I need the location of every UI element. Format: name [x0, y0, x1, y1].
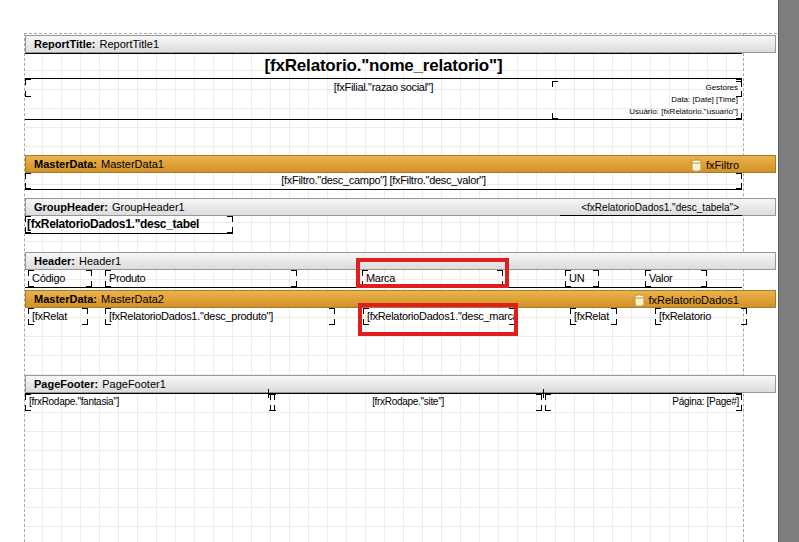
highlight-box-marca-field — [358, 303, 518, 336]
band-instance-name: MasterData2 — [101, 293, 164, 305]
memo-report-info[interactable]: Gestores Data: [Date] [Time] Usuário: [f… — [552, 81, 742, 119]
band-masterdata1[interactable]: MasterData:MasterData1 fxFiltro — [25, 155, 776, 173]
header-cell-codigo[interactable]: Código — [28, 270, 92, 287]
group-condition: <fxRelatorioDados1."desc_tabela"> — [581, 199, 739, 216]
band-pagefooter[interactable]: PageFooter:PageFooter1 — [25, 375, 776, 393]
data-cell-codigo[interactable]: [fxRelat — [28, 308, 88, 325]
band-instance-name: PageFooter1 — [102, 378, 166, 390]
memo-filter-expression[interactable]: [fxFiltro."desc_campo"] [fxFiltro."desc_… — [25, 173, 742, 190]
workspace-area — [778, 0, 799, 542]
header-cell-valor[interactable]: Valor — [645, 270, 707, 287]
info-line-date: Data: [Date] [Time] — [552, 94, 738, 106]
band-instance-name: Header1 — [79, 255, 121, 267]
info-line-user: Usuário: [fxRelatorio."usuario"] — [552, 106, 738, 118]
band-type-label: Header: — [34, 255, 75, 267]
band-instance-name: GroupHeader1 — [112, 201, 185, 213]
report-designer-page: ReportTitle:ReportTitle1 [fxRelatorio."n… — [0, 0, 799, 542]
footer-cell-fantasia[interactable]: [frxRodape."fantasia"] — [25, 394, 275, 411]
data-cell-produto[interactable]: [fxRelatorioDados1."desc_produto"] — [105, 308, 335, 325]
header-cell-un[interactable]: UN — [565, 270, 599, 287]
band-type-label: MasterData: — [34, 158, 97, 170]
band-type-label: PageFooter: — [34, 378, 98, 390]
dataset-badge: fxFiltro — [691, 158, 739, 172]
band-type-label: GroupHeader: — [34, 201, 108, 213]
band-instance-name: ReportTitle1 — [100, 38, 160, 50]
memo-border-line — [25, 119, 742, 120]
band-type-label: ReportTitle: — [34, 38, 96, 50]
dataset-name: fxRelatorioDados1 — [649, 293, 740, 307]
band-groupheader[interactable]: GroupHeader:GroupHeader1 <fxRelatorioDad… — [25, 198, 776, 216]
memo-report-title[interactable]: [fxRelatorio."nome_relatorio"] — [25, 53, 742, 79]
highlight-box-marca-header — [356, 258, 509, 288]
page-margin-right — [743, 33, 744, 542]
memo-border-line — [560, 215, 742, 216]
header-cell-produto[interactable]: Produto — [105, 270, 297, 287]
info-line-group: Gestores — [552, 82, 738, 94]
dataset-name: fxFiltro — [706, 158, 739, 172]
footer-cell-page-number[interactable]: Página: [Page#] — [545, 394, 742, 411]
page-margin-top — [24, 33, 777, 34]
database-icon — [634, 294, 645, 307]
data-cell-valor[interactable]: [fxRelatorio — [655, 308, 747, 325]
band-type-label: MasterData: — [34, 293, 97, 305]
band-instance-name: MasterData1 — [101, 158, 164, 170]
memo-group-table[interactable]: [fxRelatorioDados1."desc_tabel — [25, 216, 233, 234]
band-reporttitle[interactable]: ReportTitle:ReportTitle1 — [25, 35, 776, 53]
data-cell-un[interactable]: [fxRelat — [570, 308, 617, 325]
database-icon — [691, 159, 702, 172]
footer-cell-site[interactable]: [frxRodape."site"] — [270, 394, 542, 411]
dataset-badge: fxRelatorioDados1 — [634, 293, 740, 307]
splitter-tick — [543, 389, 544, 398]
